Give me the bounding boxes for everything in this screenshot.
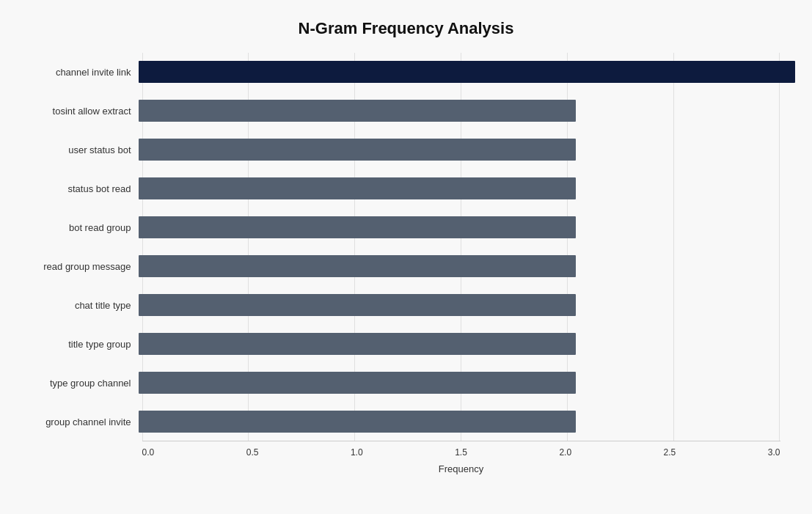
bar-label: channel invite link (18, 67, 139, 78)
bar-fill (139, 372, 577, 394)
bar-fill (139, 255, 577, 277)
bar-track (139, 216, 795, 238)
bar-track (139, 255, 795, 277)
bar-label: read group message (18, 261, 139, 272)
x-axis-label: Frequency (142, 463, 780, 474)
bar-label: bot read group (18, 222, 139, 233)
bar-row: user status bot (18, 133, 795, 166)
bar-track (139, 372, 795, 394)
chart-area: channel invite linktosint allow extractu… (18, 53, 795, 471)
x-tick: 3.0 (768, 447, 780, 458)
x-tick: 2.5 (664, 447, 676, 458)
bar-label: type group channel (18, 378, 139, 389)
bar-row: status bot read (18, 172, 795, 205)
bar-label: tosint allow extract (18, 106, 139, 117)
x-tick: 1.0 (351, 447, 363, 458)
bar-fill (139, 61, 795, 83)
bar-row: read group message (18, 249, 795, 283)
x-tick: 0.0 (142, 447, 155, 458)
bar-track (139, 100, 795, 122)
bar-row: channel invite link (18, 55, 795, 89)
bars-area: channel invite linktosint allow extractu… (18, 53, 795, 471)
bar-fill (139, 177, 577, 199)
bar-track (139, 61, 795, 83)
bar-track (139, 333, 795, 355)
bar-fill (139, 411, 577, 433)
bar-label: status bot read (18, 183, 139, 194)
bar-track (139, 294, 795, 316)
chart-container: N-Gram Frequency Analysis channel invite… (3, 4, 810, 510)
bar-row: tosint allow extract (18, 94, 795, 128)
x-tick: 1.5 (455, 447, 467, 458)
bar-label: group channel invite (18, 416, 139, 427)
x-axis: 0.00.51.01.52.02.53.0Frequency (142, 441, 780, 471)
bar-fill (139, 216, 577, 238)
bar-label: user status bot (18, 144, 139, 155)
chart-title: N-Gram Frequency Analysis (18, 19, 795, 38)
bar-track (139, 177, 795, 199)
bar-label: title type group (18, 339, 139, 350)
bar-row: chat title type (18, 288, 795, 322)
bar-row: group channel invite (18, 405, 795, 438)
bar-fill (139, 333, 577, 355)
bar-track (139, 139, 795, 161)
bar-fill (139, 139, 577, 161)
bar-fill (139, 100, 577, 122)
bar-row: bot read group (18, 210, 795, 244)
bar-track (139, 411, 795, 433)
bar-label: chat title type (18, 300, 139, 311)
x-tick: 0.5 (246, 447, 259, 458)
bar-row: title type group (18, 327, 795, 361)
bar-fill (139, 294, 577, 316)
bar-row: type group channel (18, 366, 795, 400)
x-tick: 2.0 (559, 447, 571, 458)
